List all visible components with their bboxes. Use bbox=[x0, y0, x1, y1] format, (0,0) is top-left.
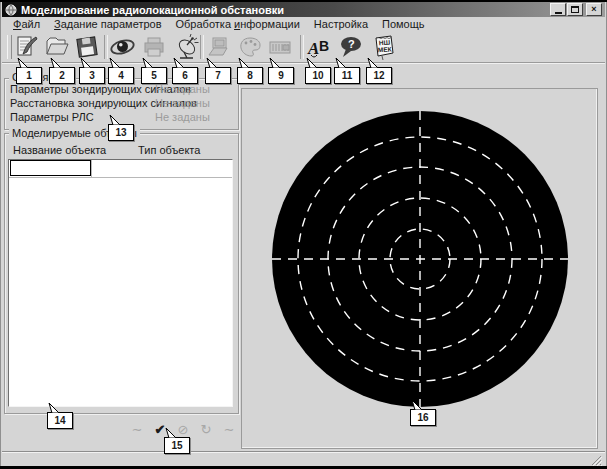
toolbar-button-font[interactable]: A B bbox=[304, 33, 334, 61]
callout-1: 1 bbox=[16, 67, 42, 84]
menu-bar: ФайлЗадание параметровОбработка информац… bbox=[2, 17, 607, 31]
radar-panel bbox=[241, 88, 598, 449]
new-document-icon bbox=[14, 34, 40, 60]
grid-focused-cell[interactable] bbox=[10, 160, 91, 176]
printer-icon bbox=[141, 34, 167, 60]
callout-11: 11 bbox=[334, 67, 360, 84]
menu-item-5[interactable]: Помощь bbox=[375, 18, 432, 30]
maximize-icon bbox=[571, 6, 579, 13]
callout-3: 3 bbox=[79, 67, 105, 84]
menu-item-1[interactable]: Файл bbox=[6, 18, 47, 30]
column-header-object-type: Тип объекта bbox=[138, 144, 200, 156]
help-bubble-icon: ? bbox=[338, 34, 364, 60]
menu-item-3[interactable]: Обработка информации bbox=[169, 18, 307, 30]
maximize-button[interactable] bbox=[567, 3, 583, 16]
toolbar: A B ? НШ МЕК bbox=[2, 31, 605, 63]
app-window: Моделирование радиолокационной обстановк… bbox=[0, 0, 607, 469]
svg-text:МЕК: МЕК bbox=[377, 45, 391, 53]
callout-15: 15 bbox=[164, 437, 190, 454]
column-header-object-name: Название объекта bbox=[13, 144, 106, 156]
eye-orbit-icon bbox=[109, 34, 136, 60]
nav-prev-icon[interactable]: ∼ bbox=[128, 423, 146, 436]
state-row-label: Параметры РЛС bbox=[10, 111, 94, 123]
toolbar-button-radar[interactable] bbox=[171, 33, 201, 61]
minimize-button[interactable] bbox=[550, 3, 566, 16]
grid-row-divider bbox=[9, 177, 232, 178]
callout-2: 2 bbox=[49, 67, 75, 84]
minimize-icon bbox=[555, 12, 562, 14]
svg-text:A: A bbox=[307, 39, 319, 58]
close-icon: × bbox=[591, 5, 596, 14]
state-row-value: Не заданы bbox=[155, 97, 210, 109]
state-row-value: Не заданы bbox=[155, 83, 210, 95]
font-ab-icon: A B bbox=[306, 34, 333, 60]
menu-item-4[interactable]: Настройка bbox=[307, 18, 375, 30]
resize-grip-icon[interactable] bbox=[590, 454, 602, 466]
state-row-value: Не заданы bbox=[155, 111, 210, 123]
callout-12: 12 bbox=[366, 67, 392, 84]
toolbar-button-help[interactable]: ? bbox=[336, 33, 366, 61]
callout-14: 14 bbox=[47, 412, 73, 429]
svg-text:?: ? bbox=[348, 38, 355, 50]
palette-icon bbox=[237, 34, 263, 60]
toolbar-button-save[interactable] bbox=[72, 33, 102, 61]
close-button[interactable]: × bbox=[586, 3, 602, 16]
callout-7: 7 bbox=[205, 67, 231, 84]
objects-grid[interactable] bbox=[8, 159, 233, 407]
satellite-dish-icon bbox=[173, 34, 200, 61]
title-bar[interactable]: Моделирование радиолокационной обстановк… bbox=[2, 2, 605, 17]
svg-text:B: B bbox=[319, 38, 329, 54]
callout-4: 4 bbox=[108, 67, 134, 84]
menu-item-2[interactable]: Задание параметров bbox=[47, 18, 168, 30]
toolbar-button-media[interactable] bbox=[265, 33, 295, 61]
toolbar-button-print[interactable] bbox=[139, 33, 169, 61]
callout-6: 6 bbox=[172, 67, 198, 84]
status-bar bbox=[2, 452, 605, 467]
callout-13: 13 bbox=[108, 124, 134, 141]
media-cartridge-icon bbox=[267, 34, 293, 60]
toolbar-button-palette[interactable] bbox=[235, 33, 265, 61]
toolbar-button-view[interactable] bbox=[107, 33, 137, 61]
note-paper-icon: НШ МЕК bbox=[370, 34, 397, 61]
callout-9: 9 bbox=[268, 67, 294, 84]
grid-column-divider bbox=[91, 160, 92, 177]
app-globe-icon bbox=[5, 4, 17, 16]
toolbar-button-computer[interactable] bbox=[203, 33, 233, 61]
nav-next-icon[interactable]: ∼ bbox=[220, 423, 238, 436]
window-title: Моделирование радиолокационной обстановк… bbox=[21, 4, 284, 16]
open-folder-icon bbox=[44, 34, 70, 60]
toolbar-button-open[interactable] bbox=[42, 33, 72, 61]
save-floppy-icon bbox=[74, 34, 100, 60]
toolbar-button-new-document[interactable] bbox=[12, 33, 42, 61]
callout-8: 8 bbox=[237, 67, 263, 84]
refresh-icon[interactable]: ↻ bbox=[197, 423, 215, 436]
record-navigator: ∼ ✔ ⊘ ↻ ∼ bbox=[128, 420, 238, 438]
toolbar-button-note[interactable]: НШ МЕК bbox=[368, 33, 398, 61]
callout-10: 10 bbox=[305, 67, 331, 84]
radar-display bbox=[242, 89, 597, 448]
laptop-icon bbox=[205, 34, 231, 60]
callout-5: 5 bbox=[141, 67, 167, 84]
callout-16: 16 bbox=[410, 409, 436, 426]
